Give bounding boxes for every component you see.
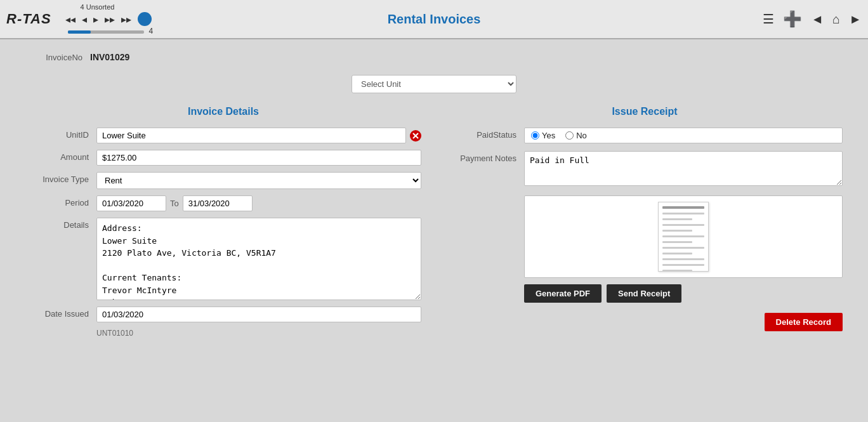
unsorted-label: 4 Unsorted [81,3,115,11]
paid-no-option[interactable]: No [565,131,587,140]
period-row: Period To [25,195,421,211]
add-icon-button[interactable]: ➕ [783,10,802,28]
issue-receipt-section: Issue Receipt PaidStatus Yes No [447,106,843,331]
period-label: Period [25,195,89,208]
select-unit-dropdown[interactable]: Select Unit [352,75,516,93]
receipt-preview-field: Generate PDF Send Receipt [524,195,843,303]
nav-controls: 4 Unsorted ◂◂ ◂ ▸ ▸▸ ▸▸ 4 [63,3,154,36]
nav-last-button[interactable]: ▸▸ [119,12,134,27]
preview-line-11 [662,270,692,272]
main-content: InvoiceNo INV01029 Select Unit Invoice D… [0,39,868,350]
paid-no-label: No [576,131,587,140]
to-label: To [170,199,179,208]
home-icon-button[interactable]: ⌂ [832,12,840,27]
amount-row: Amount [25,150,421,166]
unit-id-row: UnitID [25,128,421,143]
paid-yes-label: Yes [542,131,555,140]
period-from-input[interactable] [96,195,166,211]
receipt-action-buttons: Generate PDF Send Receipt [524,284,843,303]
details-label: Details [25,218,89,230]
unit-id-input[interactable] [96,128,406,143]
progress-bar-fill [68,30,91,34]
issue-receipt-title: Issue Receipt [447,106,843,117]
progress-bar [68,30,144,34]
period-inputs: To [96,195,253,211]
invoice-no-label: InvoiceNo [25,53,82,62]
select-unit-container: Select Unit [25,75,843,93]
details-row: Details Address: Lower Suite 2120 Plato … [25,218,421,300]
menu-icon-button[interactable]: ☰ [763,11,774,27]
invoice-type-row: Invoice Type Rent Utilities Damage Other [25,172,421,189]
preview-line-9 [662,258,704,260]
invoice-details-title: Invoice Details [25,106,421,117]
details-textarea[interactable]: Address: Lower Suite 2120 Plato Ave, Vic… [96,218,421,300]
paid-status-field: Yes No [524,128,843,143]
amount-field [96,150,421,166]
invoice-type-label: Invoice Type [25,172,89,184]
preview-line-2 [662,218,692,220]
nav-circle-indicator [138,12,152,26]
receipt-preview-box [524,195,843,278]
nav-prev-button[interactable]: ◂ [79,12,89,27]
payment-notes-field: Paid in Full [524,151,843,188]
preview-spacer [447,195,516,198]
invoice-no-row: InvoiceNo INV01029 [25,52,843,62]
page-title: Rental Invoices [388,12,481,27]
generate-pdf-button[interactable]: Generate PDF [524,284,602,303]
preview-line-header [662,206,704,209]
invoice-type-select[interactable]: Rent Utilities Damage Other [96,172,421,189]
invoice-type-field: Rent Utilities Damage Other [96,172,421,189]
details-field: Address: Lower Suite 2120 Plato Ave, Vic… [96,218,421,300]
payment-notes-textarea[interactable]: Paid in Full [524,151,843,186]
paid-status-row: PaidStatus Yes No [447,128,843,143]
preview-line-1 [662,213,704,214]
preview-line-10 [662,264,704,266]
date-issued-field [96,307,421,322]
paid-yes-option[interactable]: Yes [531,131,555,140]
invoice-details-section: Invoice Details UnitID Am [25,106,421,338]
preview-line-3 [662,224,704,226]
nav-buttons: ◂◂ ◂ ▸ ▸▸ ▸▸ [63,12,152,27]
paid-status-label: PaidStatus [447,128,516,140]
delete-row: Delete Record [447,313,843,331]
paid-status-radio-group: Yes No [524,128,843,143]
payment-notes-row: Payment Notes Paid in Full [447,151,843,188]
unit-id-field [96,128,421,143]
preview-line-7 [662,247,704,249]
amount-label: Amount [25,150,89,162]
paid-yes-radio[interactable] [531,131,539,140]
preview-line-4 [662,230,692,232]
app-logo: R-TAS [6,11,51,27]
date-issued-row: Date Issued [25,307,421,322]
app-header: R-TAS 4 Unsorted ◂◂ ◂ ▸ ▸▸ ▸▸ 4 Rental I… [0,0,868,39]
nav-first-button[interactable]: ◂◂ [63,12,78,27]
clear-icon [410,130,421,142]
paid-no-radio[interactable] [565,131,574,140]
receipt-preview-doc [658,202,709,272]
unit-id-label: UnitID [25,128,89,140]
period-to-input[interactable] [183,195,253,211]
period-field: To [96,195,421,211]
send-receipt-button[interactable]: Send Receipt [607,284,681,303]
header-icons: ☰ ➕ ◄ ⌂ ► [763,10,862,28]
nav-next-button[interactable]: ▸▸ [102,12,117,27]
invoice-no-value: INV01029 [90,52,129,62]
payment-notes-label: Payment Notes [447,151,516,163]
record-number: 4 [149,27,154,36]
nav-play-button[interactable]: ▸ [91,12,101,27]
preview-line-5 [662,235,704,237]
receipt-preview-row: Generate PDF Send Receipt [447,195,843,303]
date-issued-label: Date Issued [25,307,89,319]
back-icon-button[interactable]: ◄ [811,12,824,27]
unit-id-clear-button[interactable] [410,130,421,142]
forward-icon-button[interactable]: ► [849,12,862,27]
preview-line-8 [662,253,692,254]
date-issued-input[interactable] [96,307,421,322]
two-column-layout: Invoice Details UnitID Am [25,106,843,338]
delete-record-button[interactable]: Delete Record [765,313,843,331]
unit-code: UNT01010 [96,329,421,338]
amount-input[interactable] [96,150,421,166]
preview-line-6 [662,241,692,243]
